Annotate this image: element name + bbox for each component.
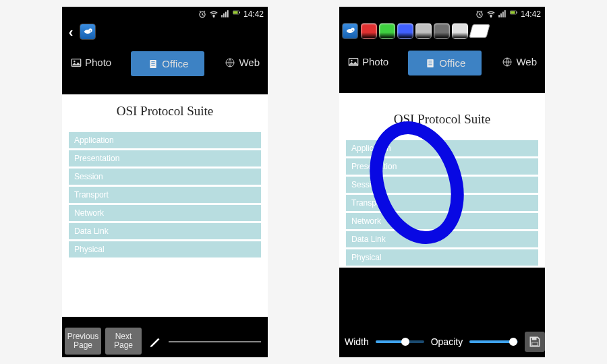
- tab-web[interactable]: Web: [220, 51, 264, 73]
- color-swatch[interactable]: [379, 23, 395, 39]
- document-viewport[interactable]: OSI Protocol Suite ApplicationPresentati…: [339, 93, 545, 268]
- osi-layer: Session: [346, 177, 538, 193]
- status-bar: 14:42: [62, 7, 268, 22]
- svg-rect-8: [239, 12, 240, 13]
- back-button[interactable]: ‹: [65, 24, 77, 40]
- top-toolbar: ‹ e: [62, 22, 268, 42]
- osi-layer: Network: [346, 213, 538, 229]
- svg-rect-32: [532, 342, 538, 346]
- document-title: OSI Protocol Suite: [62, 104, 268, 119]
- color-swatch[interactable]: [397, 23, 413, 39]
- clock-text: 14:42: [243, 9, 264, 19]
- bottom-toolbar: Previous Page Next Page: [62, 317, 268, 357]
- battery-icon: [509, 9, 519, 19]
- svg-point-27: [351, 59, 353, 61]
- tab-photo-label: Photo: [362, 56, 388, 67]
- tab-office-label: Office: [162, 58, 188, 69]
- svg-rect-18: [500, 13, 502, 18]
- svg-rect-23: [517, 11, 517, 13]
- wifi-icon: [486, 9, 496, 19]
- app-icon[interactable]: e: [342, 23, 358, 39]
- svg-point-12: [74, 60, 76, 62]
- tab-photo[interactable]: Photo: [343, 51, 393, 73]
- svg-rect-22: [511, 11, 515, 13]
- svg-rect-2: [221, 15, 223, 18]
- tab-office-label: Office: [439, 57, 465, 69]
- osi-layer: Session: [69, 169, 261, 185]
- osi-layer: Presentation: [69, 150, 261, 166]
- osi-layer: Application: [346, 140, 538, 156]
- mode-tabs: Photo Office Web: [62, 42, 268, 94]
- photo-icon: [347, 57, 359, 67]
- status-bar: 14:42: [339, 7, 545, 22]
- app-icon[interactable]: e: [80, 24, 96, 40]
- mode-tabs: Photo Office Web: [339, 41, 545, 93]
- svg-rect-13: [150, 60, 156, 68]
- width-slider[interactable]: [376, 340, 424, 343]
- osi-layer: Transport: [69, 187, 261, 203]
- signal-icon: [221, 9, 230, 19]
- osi-layer: Presentation: [346, 158, 538, 175]
- svg-rect-3: [223, 13, 225, 18]
- svg-rect-5: [227, 10, 229, 18]
- document-title: OSI Protocol Suite: [339, 112, 545, 127]
- photo-icon: [70, 57, 82, 68]
- opacity-label: Opacity: [431, 336, 463, 347]
- tab-photo[interactable]: Photo: [66, 51, 115, 73]
- tab-web-label: Web: [239, 57, 260, 68]
- osi-layer: Application: [69, 132, 261, 148]
- tab-office[interactable]: Office: [408, 51, 482, 75]
- next-page-button[interactable]: Next Page: [105, 328, 142, 355]
- bottom-toolbar: Width Opacity: [339, 268, 545, 357]
- color-swatch[interactable]: [361, 23, 377, 39]
- svg-rect-28: [428, 59, 434, 67]
- svg-point-1: [213, 16, 214, 18]
- svg-rect-19: [502, 11, 504, 17]
- color-swatch[interactable]: [415, 23, 432, 39]
- tab-web[interactable]: Web: [497, 51, 541, 73]
- osi-layer: Transport: [346, 195, 538, 211]
- opacity-slider[interactable]: [469, 340, 518, 343]
- color-palette: [361, 23, 468, 39]
- osi-layers-list: ApplicationPresentationSessionTransportN…: [62, 132, 268, 257]
- signal-icon: [498, 9, 507, 19]
- eraser-tool[interactable]: [469, 24, 490, 38]
- width-label: Width: [345, 336, 369, 347]
- pen-icon[interactable]: [148, 334, 163, 349]
- globe-icon: [224, 57, 236, 68]
- osi-layer: Physical: [346, 249, 538, 266]
- alarm-icon: [475, 9, 484, 19]
- document-viewport[interactable]: OSI Protocol Suite ApplicationPresentati…: [62, 94, 268, 317]
- clock-text: 14:42: [521, 9, 541, 19]
- osi-layers-list: ApplicationPresentationSessionTransportN…: [339, 140, 545, 266]
- alarm-icon: [198, 9, 207, 19]
- phone-right: 14:42 e Photo Office Web OSI Protocol Su…: [339, 7, 545, 357]
- tab-web-label: Web: [516, 56, 537, 67]
- svg-point-16: [490, 16, 492, 17]
- tab-office[interactable]: Office: [131, 51, 204, 76]
- svg-rect-20: [504, 10, 506, 18]
- globe-icon: [501, 57, 513, 67]
- color-swatch[interactable]: [434, 23, 450, 39]
- save-button[interactable]: [525, 332, 545, 352]
- tab-photo-label: Photo: [85, 57, 111, 68]
- document-icon: [147, 59, 159, 69]
- osi-layer: Network: [69, 205, 261, 221]
- color-swatch[interactable]: [452, 23, 468, 39]
- svg-rect-7: [233, 11, 238, 14]
- battery-icon: [232, 9, 241, 19]
- wifi-icon: [209, 9, 219, 19]
- top-toolbar: e: [339, 22, 545, 42]
- prev-page-button[interactable]: Previous Page: [65, 328, 101, 355]
- document-icon: [424, 58, 436, 69]
- svg-rect-31: [532, 337, 537, 340]
- osi-layer: Data Link: [346, 231, 538, 247]
- svg-rect-4: [225, 12, 227, 18]
- osi-layer: Data Link: [69, 223, 261, 239]
- osi-layer: Physical: [69, 241, 261, 257]
- phone-left: 14:42 ‹ e Photo Office Web OSI Protocol …: [62, 7, 268, 357]
- progress-track[interactable]: [169, 341, 261, 342]
- svg-rect-17: [498, 15, 500, 18]
